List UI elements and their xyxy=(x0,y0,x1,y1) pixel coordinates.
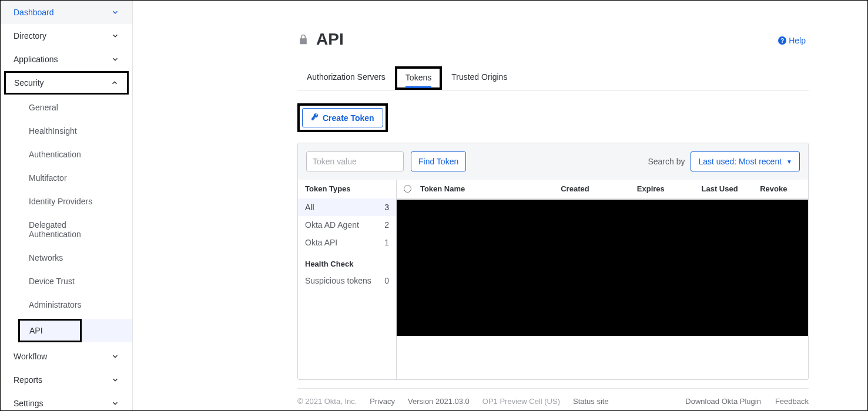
nav-security-healthinsight[interactable]: HealthInsight xyxy=(1,119,132,143)
footer-status[interactable]: Status site xyxy=(573,397,609,406)
chevron-down-icon xyxy=(111,352,119,361)
nav-security-networks[interactable]: Networks xyxy=(1,246,132,269)
nav-applications[interactable]: Applications xyxy=(1,48,132,71)
token-types-column: Token Types All 3 Okta AD Agent 2 Okta A… xyxy=(298,180,397,379)
token-type-suspicious[interactable]: Suspicious tokens 0 xyxy=(298,272,396,289)
chevron-down-icon xyxy=(111,399,119,407)
caret-down-icon: ▼ xyxy=(786,159,792,165)
tokens-lower: Token Types All 3 Okta AD Agent 2 Okta A… xyxy=(298,180,808,379)
chevron-up-icon xyxy=(110,79,119,87)
tabs: Authorization Servers Tokens Trusted Ori… xyxy=(297,66,809,90)
nav-security-delegated-auth[interactable]: Delegated Authentication xyxy=(1,213,132,246)
nav-directory[interactable]: Directory xyxy=(1,24,132,48)
create-token-highlight: Create Token xyxy=(297,103,388,132)
help-label: Help xyxy=(789,36,806,45)
nav-reports-label: Reports xyxy=(14,375,42,385)
create-token-button[interactable]: Create Token xyxy=(302,108,383,127)
col-revoke: Revoke xyxy=(760,184,801,193)
tokens-table-header: Token Name Created Expires Last Used Rev… xyxy=(397,180,808,198)
token-type-ad-agent-label: Okta AD Agent xyxy=(305,220,359,230)
token-value-input[interactable] xyxy=(306,151,404,171)
tokens-table-column: Token Name Created Expires Last Used Rev… xyxy=(397,180,808,379)
footer-copyright: © 2021 Okta, Inc. xyxy=(297,397,357,406)
nav-security-device-trust[interactable]: Device Trust xyxy=(1,269,132,293)
help-icon: ? xyxy=(778,36,786,45)
health-check-header: Health Check xyxy=(298,251,396,272)
token-type-suspicious-count: 0 xyxy=(384,276,389,285)
filter-bar: Find Token Search by Last used: Most rec… xyxy=(298,143,808,180)
nav-workflow[interactable]: Workflow xyxy=(1,345,132,368)
nav-security-authentication[interactable]: Authentication xyxy=(1,143,132,166)
page-title: API xyxy=(316,30,344,49)
chevron-down-icon xyxy=(111,55,119,63)
tab-authorization-servers[interactable]: Authorization Servers xyxy=(297,66,395,90)
chevron-down-icon xyxy=(111,8,119,16)
col-expires[interactable]: Expires xyxy=(637,184,702,193)
search-by-label: Search by xyxy=(648,157,685,166)
nav-workflow-label: Workflow xyxy=(14,352,47,361)
nav-settings[interactable]: Settings xyxy=(1,392,132,410)
tab-trusted-origins[interactable]: Trusted Origins xyxy=(442,66,517,90)
token-type-okta-api-label: Okta API xyxy=(305,238,337,247)
nav-settings-label: Settings xyxy=(14,399,43,408)
token-types-header: Token Types xyxy=(298,180,396,198)
nav-dashboard-label: Dashboard xyxy=(14,8,54,17)
footer-version: Version 2021.03.0 xyxy=(408,397,470,406)
nav-security-api-label: API xyxy=(18,319,82,342)
nav-directory-label: Directory xyxy=(14,31,46,41)
footer-privacy[interactable]: Privacy xyxy=(370,397,395,406)
create-token-label: Create Token xyxy=(323,113,374,123)
col-last-used[interactable]: Last Used xyxy=(702,184,760,193)
lock-icon xyxy=(297,33,309,46)
nav-security-label: Security xyxy=(14,78,44,87)
main-content: ? Help API Authorization Servers Tokens … xyxy=(133,1,867,410)
col-token-name[interactable]: Token Name xyxy=(420,184,561,193)
help-link[interactable]: ? Help xyxy=(778,36,806,45)
footer-feedback[interactable]: Feedback xyxy=(775,397,809,406)
chevron-down-icon xyxy=(111,376,119,384)
key-icon xyxy=(311,113,319,123)
table-select-all[interactable] xyxy=(404,185,420,193)
token-type-all[interactable]: All 3 xyxy=(298,198,396,216)
token-type-ad-agent-count: 2 xyxy=(384,220,389,230)
nav-reports[interactable]: Reports xyxy=(1,368,132,392)
footer-download[interactable]: Download Okta Plugin xyxy=(685,397,761,406)
select-all-radio[interactable] xyxy=(404,185,411,193)
nav-security-administrators[interactable]: Administrators xyxy=(1,293,132,316)
token-type-ad-agent[interactable]: Okta AD Agent 2 xyxy=(298,216,396,234)
token-type-all-count: 3 xyxy=(384,203,389,212)
col-created[interactable]: Created xyxy=(561,184,637,193)
token-type-all-label: All xyxy=(305,203,314,212)
chevron-down-icon xyxy=(111,32,119,40)
footer-cell: OP1 Preview Cell (US) xyxy=(482,397,560,406)
redacted-block xyxy=(397,200,808,336)
nav-security-multifactor[interactable]: Multifactor xyxy=(1,166,132,190)
find-token-button[interactable]: Find Token xyxy=(411,151,466,171)
nav-security-general[interactable]: General xyxy=(1,96,132,119)
page-title-row: API xyxy=(297,30,809,49)
token-type-okta-api[interactable]: Okta API 1 xyxy=(298,234,396,251)
sidebar: Dashboard Directory Applications Securit… xyxy=(1,1,133,410)
nav-dashboard[interactable]: Dashboard xyxy=(1,1,132,24)
nav-security[interactable]: Security xyxy=(4,71,129,95)
token-type-suspicious-label: Suspicious tokens xyxy=(305,276,371,285)
sort-select[interactable]: Last used: Most recent ▼ xyxy=(691,151,800,171)
nav-security-api[interactable]: API xyxy=(18,319,132,342)
tokens-panel: Find Token Search by Last used: Most rec… xyxy=(297,143,809,380)
tab-tokens[interactable]: Tokens xyxy=(395,66,442,90)
nav-applications-label: Applications xyxy=(14,55,58,64)
token-type-okta-api-count: 1 xyxy=(384,238,389,247)
nav-security-identity-providers[interactable]: Identity Providers xyxy=(1,190,132,213)
sort-select-label: Last used: Most recent xyxy=(698,157,782,166)
footer: © 2021 Okta, Inc. Privacy Version 2021.0… xyxy=(297,388,809,406)
